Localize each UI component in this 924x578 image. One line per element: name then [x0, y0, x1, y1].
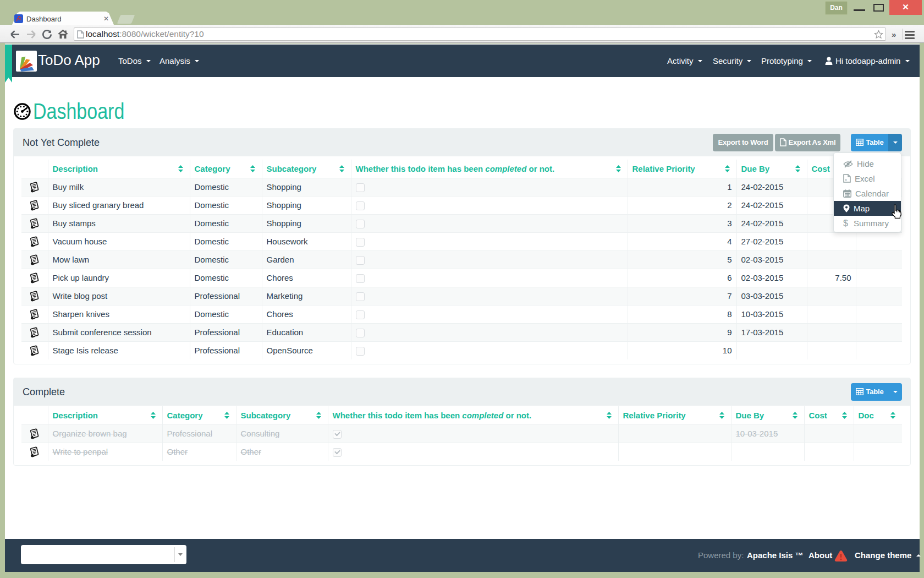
- svg-text:x: x: [845, 177, 847, 182]
